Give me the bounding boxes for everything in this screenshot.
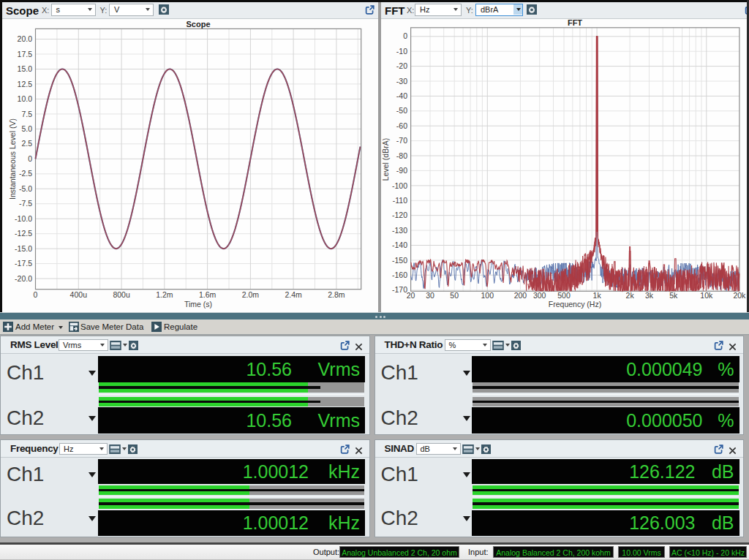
svg-text:-130: -130 — [392, 226, 407, 235]
svg-text:20: 20 — [407, 291, 415, 300]
svg-text:20.0: 20.0 — [18, 34, 33, 43]
svg-text:-90: -90 — [396, 166, 407, 175]
svg-text:10k: 10k — [700, 291, 713, 300]
svg-text:500: 500 — [557, 291, 571, 300]
svg-text:FFT: FFT — [568, 18, 582, 27]
svg-text:-15.0: -15.0 — [15, 244, 32, 253]
svg-text:2k: 2k — [626, 291, 635, 300]
svg-text:5k: 5k — [669, 291, 678, 300]
svg-text:-150: -150 — [392, 256, 407, 265]
svg-text:0: 0 — [403, 31, 407, 40]
svg-text:10.0: 10.0 — [18, 94, 33, 103]
svg-text:Frequency (Hz): Frequency (Hz) — [549, 300, 601, 309]
svg-text:300: 300 — [533, 291, 546, 300]
svg-text:400u: 400u — [70, 290, 88, 299]
svg-text:12.5: 12.5 — [18, 80, 33, 88]
svg-text:-140: -140 — [392, 241, 407, 249]
svg-text:2.0m: 2.0m — [242, 290, 260, 299]
svg-text:200: 200 — [514, 291, 527, 300]
svg-text:1.2m: 1.2m — [156, 290, 173, 299]
svg-text:-60: -60 — [396, 121, 407, 130]
svg-text:-50: -50 — [396, 106, 407, 115]
svg-text:-80: -80 — [396, 151, 407, 160]
svg-text:-10: -10 — [396, 47, 407, 56]
svg-text:-20.0: -20.0 — [15, 274, 32, 283]
svg-text:-30: -30 — [396, 77, 407, 86]
svg-text:Time (s): Time (s) — [184, 300, 212, 309]
svg-text:-10.0: -10.0 — [15, 214, 32, 223]
svg-text:-17.5: -17.5 — [15, 259, 32, 268]
svg-text:-7.5: -7.5 — [19, 199, 32, 208]
svg-text:Level (dBrA): Level (dBrA) — [381, 138, 390, 181]
svg-text:30: 30 — [426, 291, 434, 300]
svg-text:2.8m: 2.8m — [328, 290, 345, 299]
svg-text:1.6m: 1.6m — [199, 290, 217, 299]
svg-text:-100: -100 — [392, 181, 407, 190]
svg-text:7.5: 7.5 — [21, 110, 32, 118]
svg-text:17.5: 17.5 — [18, 50, 33, 58]
svg-text:-40: -40 — [396, 91, 407, 100]
svg-text:-170: -170 — [392, 285, 407, 294]
svg-text:2.4m: 2.4m — [285, 290, 302, 299]
svg-text:5.0: 5.0 — [21, 124, 32, 133]
svg-text:Instantaneous Level (V): Instantaneous Level (V) — [8, 118, 17, 200]
svg-text:-70: -70 — [396, 136, 407, 145]
svg-text:100: 100 — [481, 291, 494, 300]
svg-text:-2.5: -2.5 — [19, 169, 32, 178]
svg-text:-110: -110 — [393, 196, 407, 205]
svg-text:1k: 1k — [593, 291, 602, 300]
svg-text:-5.0: -5.0 — [19, 184, 32, 193]
svg-text:0: 0 — [34, 290, 38, 299]
svg-text:-160: -160 — [392, 270, 407, 279]
svg-text:2.5: 2.5 — [21, 139, 32, 148]
svg-text:0: 0 — [28, 154, 32, 163]
svg-text:15.0: 15.0 — [18, 64, 33, 73]
svg-text:Scope: Scope — [186, 20, 210, 29]
svg-text:-12.5: -12.5 — [15, 229, 32, 238]
svg-text:800u: 800u — [113, 290, 130, 299]
svg-text:-120: -120 — [392, 211, 407, 219]
svg-text:20k: 20k — [733, 291, 746, 300]
svg-text:50: 50 — [450, 291, 459, 300]
svg-text:-20: -20 — [396, 61, 407, 70]
svg-text:3k: 3k — [645, 291, 654, 300]
